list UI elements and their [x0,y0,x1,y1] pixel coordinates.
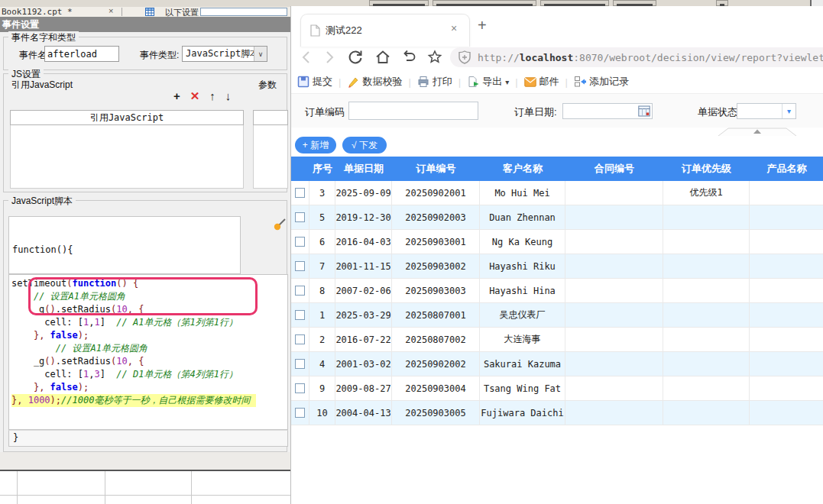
table-cell: 20250903002 [392,254,480,278]
event-settings-dialog: 事件设置 事件名字和类型 事件名: 事件类型: JavaScript脚本 ∨ J… [0,17,290,452]
add-record-button[interactable]: 添加记录 [574,75,629,89]
header-cell: 合同编号 [565,157,663,181]
mail-icon [524,77,536,87]
event-type-dropdown[interactable]: JavaScript脚本 ∨ [182,46,267,62]
submit-button[interactable]: 提交 [297,75,332,89]
table-cell [750,205,823,229]
toolbar-divider: | [515,76,517,88]
report-toolbar: 提交 | 数据校验 | 打印 | [291,70,823,93]
table-cell [663,328,750,351]
row-checkbox[interactable] [295,237,305,247]
url-scheme: http:// [478,52,520,63]
issue-button[interactable]: √ 下发 [342,137,387,153]
grid-header-row: 序号单据日期订单编号客户名称合同编号订单优先级产品名称 [291,157,823,181]
table-cell: 7 [309,254,335,278]
data-verify-button[interactable]: 数据校验 [347,75,402,89]
code-line: cell: [1,3] // D1单元格（第4列第1行） [11,368,287,381]
delete-icon[interactable]: ✕ [190,89,200,103]
table-cell: 吴忠仪表厂 [480,303,565,327]
checkbox-cell [291,181,309,205]
browser-tab[interactable]: 测试222 × [300,14,470,47]
row-checkbox[interactable] [295,334,305,344]
star-icon[interactable] [426,48,444,66]
home-icon[interactable] [374,48,392,66]
move-up-icon[interactable]: ↑ [209,89,215,103]
back-icon[interactable] [297,48,316,66]
panel-collapse-handle[interactable] [718,128,797,136]
table-cell [750,328,823,351]
row-checkbox[interactable] [295,310,305,320]
ref-js-table-header: 引用JavaScript [10,110,244,125]
table-cell [565,352,663,376]
forward-icon[interactable] [320,48,339,66]
order-date-input[interactable] [562,103,653,119]
row-checkbox[interactable] [295,261,305,271]
tab-close-icon[interactable]: × [451,22,457,34]
table-cell: 2004-04-13 [335,401,392,425]
table-cell: 4 [309,352,335,376]
table-cell [663,401,750,425]
grid-table-icon [145,8,154,16]
export-button[interactable]: 导出 ▾ [467,75,509,89]
header-cell: 订单优先级 [663,157,750,181]
table-row: 12025-03-2920250807001吴忠仪表厂 [291,303,823,328]
table-cell: Hayashi Hina [480,279,565,302]
row-checkbox[interactable] [295,383,305,393]
table-cell: Fujiwara Daichi [480,401,565,425]
checkbox-cell [291,254,309,278]
table-cell: Ng Ka Keung [480,230,565,254]
toolbar-divider: | [458,76,461,88]
table-cell: 20250903005 [392,401,480,425]
order-code-input[interactable] [348,102,478,120]
move-down-icon[interactable]: ↓ [225,89,232,103]
table-row: 22016-07-2220250807002大连海事 [291,328,823,352]
table-row: 72001-11-1520250903002Hayashi Riku [291,254,823,279]
row-checkbox[interactable] [295,286,305,296]
table-row: 52019-12-3020250902003Duan Zhennan [291,205,823,230]
export-caret-icon: ▾ [505,78,509,86]
row-checkbox[interactable] [295,212,305,222]
document-tab[interactable]: Book1192.cpt * [2,7,73,17]
table-cell [565,230,663,254]
add-record-icon [574,76,586,88]
mail-button[interactable]: 邮件 [524,75,559,89]
event-name-input[interactable] [44,46,119,62]
select-arrow-icon[interactable]: ▾ [782,104,795,118]
row-checkbox[interactable] [295,359,305,369]
header-cell: 产品名称 [750,157,823,181]
designer-tab-fragment [540,0,609,6]
reload-icon[interactable] [346,48,365,66]
table-cell: 5 [309,205,335,229]
shield-icon[interactable] [457,50,472,65]
print-button[interactable]: 打印 [417,75,452,89]
orders-table: 序号单据日期订单编号客户名称合同编号订单优先级产品名称 32025-09-092… [291,157,823,425]
table-cell [663,279,750,302]
row-checkbox[interactable] [295,188,305,198]
params-table-body[interactable] [253,125,288,189]
url-bar[interactable]: http://localhost:8070/webroot/decision/v… [450,47,823,67]
tab-close-icon[interactable]: × [109,7,113,15]
submit-label: 提交 [313,75,332,89]
table-row: 42001-03-0220250902002Sakurai Kazuma [291,352,823,376]
header-cell: 客户名称 [480,157,565,181]
ref-js-table-body[interactable] [10,125,244,189]
add-row-button[interactable]: + 新增 [295,137,336,153]
status-select[interactable]: ▾ [737,103,796,119]
table-cell: Mo Hui Mei [480,181,565,205]
table-cell: 20250902001 [392,181,480,205]
checkbox-cell [291,303,309,327]
order-date-label: 订单日期: [514,105,557,119]
calendar-icon[interactable] [638,105,650,117]
undo-icon[interactable] [400,48,418,66]
table-cell [750,230,823,254]
table-cell: 2007-02-06 [335,279,392,302]
chevron-down-icon[interactable]: ∨ [254,47,267,61]
new-tab-button[interactable]: + [478,17,487,34]
row-checkbox[interactable] [295,408,305,418]
table-cell: Sakurai Kazuma [480,352,565,376]
designer-tab-fragment [716,0,728,6]
function-signature: function(){ [12,244,240,255]
add-icon[interactable]: + [173,89,180,103]
url-host: localhost [520,52,573,63]
header-cell: 订单编号 [392,157,480,181]
